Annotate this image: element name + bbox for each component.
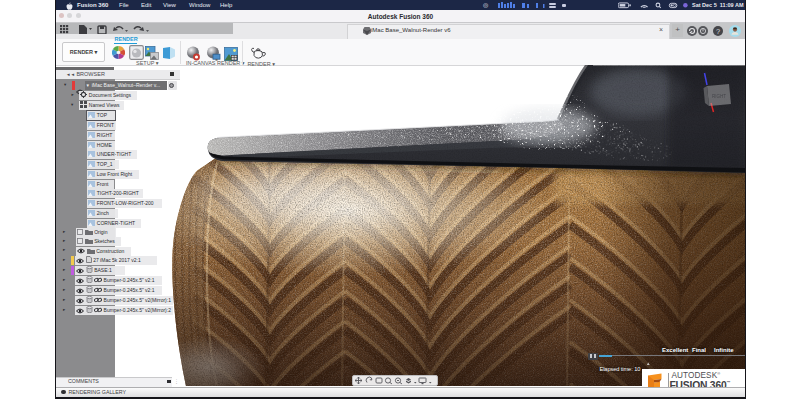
svg-text:?: ? — [716, 27, 720, 36]
svg-text:RIGHT: RIGHT — [712, 94, 726, 99]
